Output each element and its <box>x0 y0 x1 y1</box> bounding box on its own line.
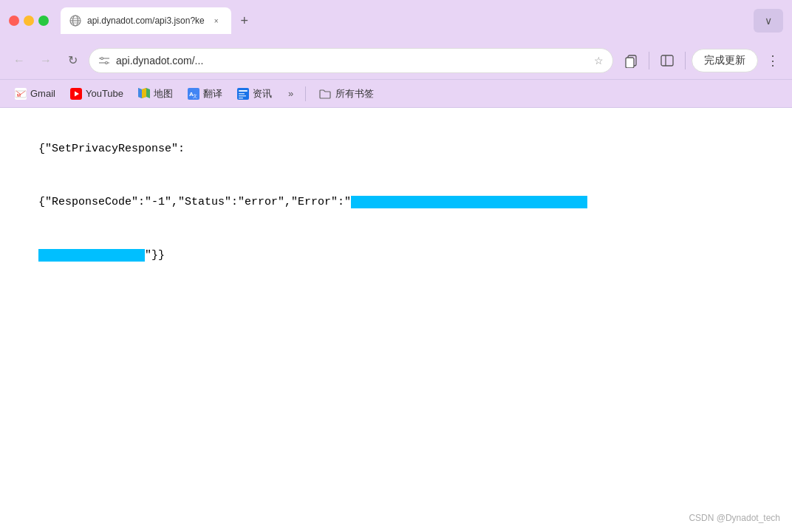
sidebar-button[interactable] <box>655 49 679 72</box>
json-line2-start: {"ResponseCode":"-1","Status":"error","E… <box>38 196 351 208</box>
svg-rect-13 <box>661 55 673 66</box>
json-line3-highlight[interactable]: ​ <box>38 249 145 262</box>
folder-icon <box>319 88 331 100</box>
content-area: {"SetPrivacyResponse": {"ResponseCode":"… <box>0 108 792 532</box>
bookmark-news[interactable]: 资讯 <box>231 84 278 103</box>
tab-expand-button[interactable]: ∨ <box>754 9 783 33</box>
maximize-button[interactable] <box>38 16 49 26</box>
traffic-lights <box>9 16 49 26</box>
address-bar[interactable]: api.dynadot.com/... ☆ <box>89 48 613 73</box>
all-bookmarks-button[interactable]: 所有书签 <box>313 84 380 103</box>
gmail-icon: M <box>15 88 27 100</box>
sidebar-icon <box>660 53 675 68</box>
minimize-button[interactable] <box>24 16 34 26</box>
json-line2-highlight[interactable]: ​ <box>351 196 587 208</box>
toolbar-divider <box>649 52 649 69</box>
tab-bar: api.dynadot.com/api3.json?ke × + ∨ <box>61 7 783 34</box>
close-button[interactable] <box>9 16 19 26</box>
toolbar-divider-2 <box>685 52 686 69</box>
more-options-button[interactable]: ⋮ <box>762 50 783 71</box>
bookmark-maps[interactable]: 地图 <box>132 84 179 103</box>
clipboard-button[interactable] <box>619 49 643 72</box>
bookmark-youtube[interactable]: YouTube <box>64 85 129 103</box>
address-settings-icon <box>98 55 110 66</box>
bookmarks-bar: M Gmail YouTube 地图 A 文 翻译 <box>0 80 792 108</box>
youtube-icon <box>70 88 82 100</box>
address-text: api.dynadot.com/... <box>116 55 588 66</box>
bookmarks-divider <box>305 86 306 101</box>
svg-point-5 <box>101 57 103 59</box>
forward-button[interactable]: → <box>35 50 56 71</box>
bookmarks-more-button[interactable]: » <box>284 85 298 102</box>
svg-rect-28 <box>239 93 245 95</box>
active-tab[interactable]: api.dynadot.com/api3.json?ke × <box>61 7 231 34</box>
translate-icon: A 文 <box>188 88 199 100</box>
svg-text:M: M <box>17 93 21 98</box>
svg-text:文: 文 <box>193 93 197 98</box>
toolbar: ← → ↻ api.dynadot.com/... ☆ <box>0 41 792 80</box>
bookmark-news-label: 资讯 <box>253 87 272 100</box>
maps-icon <box>138 88 150 100</box>
svg-rect-12 <box>626 58 634 68</box>
json-content: {"SetPrivacyResponse": {"ResponseCode":"… <box>12 123 780 282</box>
svg-marker-22 <box>142 88 146 98</box>
globe-icon <box>69 15 81 27</box>
bookmark-star-icon[interactable]: ☆ <box>594 55 604 66</box>
watermark: CSDN @Dynadot_tech <box>689 513 780 523</box>
complete-update-button[interactable]: 完成更新 <box>692 49 758 72</box>
title-bar: api.dynadot.com/api3.json?ke × + ∨ <box>0 0 792 41</box>
new-tab-button[interactable]: + <box>234 10 255 31</box>
all-bookmarks-label: 所有书签 <box>335 87 374 100</box>
bookmark-gmail[interactable]: M Gmail <box>9 85 61 103</box>
reload-button[interactable]: ↻ <box>62 50 83 71</box>
svg-rect-29 <box>239 95 246 97</box>
svg-rect-27 <box>239 90 248 92</box>
bookmark-translate-label: 翻译 <box>203 87 222 100</box>
bookmark-youtube-label: YouTube <box>86 88 123 99</box>
bookmark-translate[interactable]: A 文 翻译 <box>182 84 228 103</box>
json-line1: {"SetPrivacyResponse": <box>38 143 185 155</box>
json-line3-end: "}} <box>145 249 165 262</box>
bookmark-gmail-label: Gmail <box>30 88 55 99</box>
svg-point-6 <box>106 61 108 64</box>
svg-rect-30 <box>239 98 243 99</box>
tab-title: api.dynadot.com/api3.json?ke <box>87 16 205 26</box>
svg-marker-21 <box>138 88 142 98</box>
clipboard-icon <box>624 53 638 68</box>
watermark-text: CSDN @Dynadot_tech <box>689 513 780 523</box>
back-button[interactable]: ← <box>9 50 30 71</box>
news-icon <box>237 88 249 100</box>
toolbar-right: 完成更新 ⋮ <box>619 49 783 72</box>
tab-close-button[interactable]: × <box>211 15 222 27</box>
bookmark-maps-label: 地图 <box>154 87 173 100</box>
